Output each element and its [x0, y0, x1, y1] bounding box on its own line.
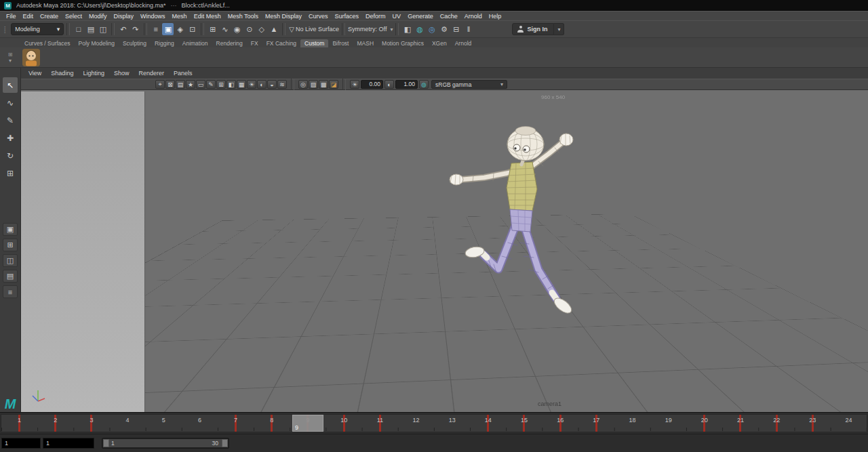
save-scene-icon[interactable]: ◫: [97, 23, 108, 35]
panel-menu-item[interactable]: Panels: [169, 70, 197, 77]
menu-item[interactable]: Mesh Tools: [224, 13, 262, 20]
shelf-item-character[interactable]: [22, 49, 40, 66]
sign-in-dropdown[interactable]: ▾: [554, 23, 564, 35]
menu-item[interactable]: Display: [111, 13, 138, 20]
exposure-icon[interactable]: ☀: [350, 80, 359, 89]
highlight-selection-icon[interactable]: ⊡: [186, 23, 198, 35]
shelf-tab[interactable]: Animation: [178, 39, 212, 47]
menu-item[interactable]: Edit Mesh: [191, 13, 224, 20]
shelf-tab[interactable]: Arnold: [451, 39, 476, 47]
layout-persp-outliner-icon[interactable]: ◫: [3, 254, 18, 267]
menu-item[interactable]: File: [3, 13, 20, 20]
snap-curve-icon[interactable]: ∿: [219, 23, 231, 35]
outliner-toggle-icon[interactable]: ≡: [3, 285, 18, 298]
textured-icon[interactable]: ◪: [329, 80, 338, 89]
panel-menu-item[interactable]: Lighting: [78, 70, 109, 77]
side-panel[interactable]: [21, 91, 145, 412]
menu-item[interactable]: Windows: [137, 13, 169, 20]
scale-tool-icon[interactable]: ⊞: [3, 165, 18, 181]
menu-item[interactable]: UV: [389, 13, 405, 20]
shelf-menu-icon[interactable]: ⊞: [8, 52, 13, 58]
rotate-tool-icon[interactable]: ↻: [3, 148, 18, 163]
menu-item[interactable]: Mesh Display: [262, 13, 305, 20]
select-tool-icon[interactable]: ↖: [3, 77, 18, 93]
menu-item[interactable]: Edit: [20, 13, 37, 20]
ipr-render-icon[interactable]: ◎: [426, 23, 437, 35]
film-gate-icon[interactable]: ◧: [226, 80, 236, 89]
layout-four-pane-icon[interactable]: ⊞: [3, 239, 18, 251]
panel-menu-item[interactable]: Renderer: [134, 70, 169, 77]
range-start-handle[interactable]: [103, 439, 109, 447]
image-plane-icon[interactable]: ▭: [196, 80, 205, 89]
shelf-tab[interactable]: Poly Modeling: [75, 39, 119, 47]
panel-menu-item[interactable]: Shading: [46, 70, 78, 77]
resolution-gate-icon[interactable]: ▦: [237, 80, 246, 89]
menu-item[interactable]: Deform: [362, 13, 389, 20]
gamma-field[interactable]: 1.00: [395, 80, 418, 89]
menu-item[interactable]: Curves: [305, 13, 332, 20]
shelf-tab[interactable]: Rigging: [151, 39, 178, 47]
colorspace-dropdown[interactable]: sRGB gamma ▾: [431, 80, 507, 89]
make-live-icon[interactable]: ▲: [268, 23, 279, 35]
shelf-tab[interactable]: FX: [247, 39, 262, 47]
shelf-tab[interactable]: Sculpting: [119, 39, 151, 47]
menu-item[interactable]: Mesh: [169, 13, 191, 20]
select-object-icon[interactable]: ▣: [162, 23, 174, 35]
menu-item[interactable]: Select: [62, 13, 85, 20]
menu-item[interactable]: Modify: [85, 13, 111, 20]
shelf-tab[interactable]: Custom: [300, 39, 328, 47]
color-management-icon[interactable]: ◍: [419, 80, 429, 89]
symmetry-dropdown[interactable]: Symmetry: Off ▾: [348, 26, 393, 33]
bookmarks-icon[interactable]: ★: [186, 80, 195, 89]
menuset-dropdown[interactable]: Modeling ▾: [11, 23, 64, 35]
select-camera-icon[interactable]: ⌖: [155, 80, 165, 89]
time-slider-track[interactable]: 123456789101112131415161718192021222324 …: [1, 414, 867, 432]
snap-projected-center-icon[interactable]: ⊙: [243, 23, 255, 35]
paint-select-tool-icon[interactable]: ✎: [3, 112, 18, 128]
shelf-tab[interactable]: XGen: [428, 39, 451, 47]
menu-item[interactable]: Help: [486, 13, 505, 20]
shelf-tab[interactable]: Motion Graphics: [378, 39, 428, 47]
undo-icon[interactable]: ↶: [117, 23, 129, 35]
menu-item[interactable]: Generate: [404, 13, 437, 20]
live-surface-icon[interactable]: ▽: [289, 26, 294, 33]
wireframe-on-shaded-icon[interactable]: ▩: [319, 80, 328, 89]
lasso-tool-icon[interactable]: ∿: [3, 95, 18, 110]
lock-camera-icon[interactable]: ⊠: [165, 80, 175, 89]
shelf-tab[interactable]: Curves / Surfaces: [20, 39, 75, 47]
panel-menu-item[interactable]: View: [24, 70, 46, 77]
shelf-tab[interactable]: Bifrost: [328, 39, 353, 47]
lights-icon[interactable]: ☀: [247, 80, 256, 89]
pause-icon[interactable]: ‖: [462, 23, 474, 35]
animation-start-field[interactable]: [43, 438, 94, 449]
snap-view-plane-icon[interactable]: ◇: [256, 23, 267, 35]
select-component-icon[interactable]: ◈: [174, 23, 186, 35]
playback-start-field[interactable]: [1, 438, 41, 449]
redo-icon[interactable]: ↷: [130, 23, 141, 35]
xray-icon[interactable]: ▨: [309, 80, 318, 89]
exposure-field[interactable]: 0.00: [361, 80, 383, 89]
motion-blur-icon[interactable]: ≋: [277, 80, 287, 89]
display-layers-icon[interactable]: ⊟: [450, 23, 462, 35]
move-tool-icon[interactable]: ✚: [3, 130, 18, 146]
range-slider-bar[interactable]: 1 30: [102, 438, 229, 449]
grid-toggle-icon[interactable]: ⊞: [216, 80, 226, 89]
shadows-icon[interactable]: ◐: [257, 80, 267, 89]
range-end-handle[interactable]: [222, 439, 228, 447]
shelf-tab[interactable]: FX Caching: [262, 39, 300, 47]
select-hierarchy-icon[interactable]: ≡: [150, 23, 161, 35]
shelf-tab[interactable]: Rendering: [212, 39, 247, 47]
snap-grid-icon[interactable]: ⊞: [207, 23, 218, 35]
gamma-icon[interactable]: ◐: [384, 80, 394, 89]
render-view-icon[interactable]: ◧: [401, 23, 413, 35]
camera-attributes-icon[interactable]: ▤: [176, 80, 185, 89]
menu-item[interactable]: Create: [37, 13, 62, 20]
sign-in-button[interactable]: Sign In: [512, 23, 554, 35]
grease-pencil-icon[interactable]: ✎: [206, 80, 216, 89]
new-scene-icon[interactable]: □: [73, 23, 84, 35]
render-current-frame-icon[interactable]: ◍: [414, 23, 425, 35]
snap-point-icon[interactable]: ◉: [231, 23, 243, 35]
timeline-playhead[interactable]: 9: [292, 415, 323, 432]
layout-split-icon[interactable]: ▤: [3, 270, 18, 283]
character-wireframe[interactable]: [426, 122, 589, 339]
